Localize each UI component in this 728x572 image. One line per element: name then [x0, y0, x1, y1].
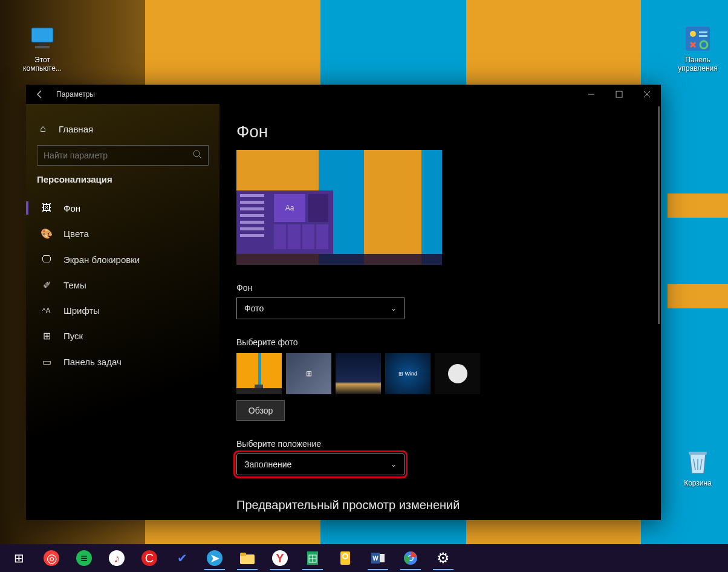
preview-changes-header: Предварительный просмотр изменений — [236, 498, 649, 512]
dropdown-value: Заполнение — [244, 460, 291, 469]
taskbar-app-chrome[interactable] — [397, 546, 424, 570]
svg-point-11 — [193, 151, 200, 157]
dropdown-value: Фото — [244, 304, 264, 313]
control-panel-icon — [683, 24, 712, 53]
desktop-icon-label: Этот компьюте... — [18, 56, 67, 73]
content-pane: Фон Фон Фото ⌄ Выберите фото ⊞ Wind — [219, 104, 661, 520]
sidebar: ⌂ Главная Персонализация 🖼 Фон 🎨 Цвета 🖵 — [26, 104, 219, 520]
background-type-dropdown[interactable]: Фото ⌄ — [236, 297, 405, 319]
search-box[interactable] — [37, 145, 209, 166]
sidebar-item-background[interactable]: 🖼 Фон — [37, 195, 209, 221]
desktop-icon-this-pc[interactable]: Этот компьюте... — [18, 24, 67, 73]
sidebar-item-taskbar[interactable]: ▭ Панель задач — [37, 349, 209, 375]
taskbar-app-todo[interactable]: ✔ — [168, 546, 196, 570]
svg-rect-8 — [689, 452, 707, 455]
sidebar-item-label: Шрифты — [63, 305, 100, 316]
start-icon: ⊞ — [41, 330, 53, 342]
sidebar-item-label: Панель задач — [63, 357, 122, 367]
choose-photo-label: Выберите фото — [236, 337, 649, 347]
background-label: Фон — [236, 283, 649, 293]
sidebar-item-label: Темы — [63, 280, 86, 290]
search-input[interactable] — [44, 151, 192, 160]
titlebar: Параметры — [26, 85, 661, 104]
svg-point-4 — [690, 31, 696, 37]
chevron-down-icon: ⌄ — [391, 460, 397, 469]
photo-thumb[interactable] — [336, 353, 381, 394]
sidebar-category: Персонализация — [37, 174, 209, 184]
sidebar-home[interactable]: ⌂ Главная — [37, 116, 209, 141]
sidebar-item-lockscreen[interactable]: 🖵 Экран блокировки — [37, 247, 209, 272]
taskbar-app-explorer[interactable] — [233, 546, 261, 570]
taskbar-app-spotify[interactable]: ≡ — [70, 546, 98, 570]
svg-rect-2 — [35, 46, 50, 48]
svg-rect-14 — [240, 553, 246, 556]
search-icon — [192, 149, 202, 161]
back-button[interactable] — [26, 85, 54, 104]
taskbar-app-sheets[interactable] — [299, 546, 327, 570]
settings-window: Параметры ⌂ Главная П — [26, 85, 661, 520]
maximize-button[interactable] — [605, 85, 633, 104]
picture-icon: 🖼 — [41, 203, 53, 213]
home-icon: ⌂ — [37, 123, 49, 134]
svg-rect-0 — [31, 28, 53, 42]
taskbar-app-settings[interactable]: ⚙ — [429, 546, 457, 570]
svg-text:W: W — [372, 555, 379, 562]
themes-icon: ✐ — [41, 279, 53, 291]
taskbar-icon: ▭ — [41, 356, 53, 368]
taskbar-app-keep[interactable] — [331, 546, 359, 570]
svg-rect-6 — [699, 35, 707, 37]
sidebar-item-start[interactable]: ⊞ Пуск — [37, 323, 209, 349]
desktop-preview — [236, 150, 442, 265]
photo-thumb[interactable] — [236, 353, 282, 394]
sidebar-home-label: Главная — [59, 124, 93, 134]
svg-rect-5 — [699, 31, 707, 33]
taskbar-app-yandex[interactable]: Y — [266, 546, 294, 570]
taskbar-app-ccleaner[interactable]: C — [135, 546, 163, 570]
desktop-icon-recycle-bin[interactable]: Корзина — [674, 447, 722, 487]
sidebar-item-label: Пуск — [63, 331, 83, 341]
window-title: Параметры — [54, 90, 577, 99]
start-button[interactable]: ⊞ — [5, 546, 33, 570]
sidebar-item-fonts[interactable]: ᴬA Шрифты — [37, 298, 209, 323]
monitor-icon — [28, 24, 57, 53]
taskbar-app-word[interactable]: W — [364, 546, 392, 570]
taskbar-app-itunes[interactable]: ♪ — [103, 546, 131, 570]
svg-rect-10 — [616, 91, 622, 97]
photo-thumb[interactable] — [286, 353, 331, 394]
position-label: Выберите положение — [236, 439, 649, 449]
chevron-down-icon: ⌄ — [391, 304, 397, 313]
photo-thumb[interactable]: ⊞ Wind — [385, 353, 431, 394]
minimize-button[interactable] — [577, 85, 605, 104]
position-dropdown[interactable]: Заполнение ⌄ — [236, 453, 405, 475]
palette-icon: 🎨 — [41, 228, 53, 239]
sidebar-item-label: Экран блокировки — [63, 255, 140, 265]
taskbar: ⊞ ◎ ≡ ♪ C ✔ ➤ Y W ⚙ — [0, 544, 728, 572]
sidebar-item-colors[interactable]: 🎨 Цвета — [37, 221, 209, 247]
desktop-icon-label: Панель управления — [674, 56, 722, 73]
sidebar-item-label: Цвета — [63, 229, 89, 239]
scrollbar[interactable] — [658, 106, 660, 324]
sidebar-item-label: Фон — [63, 203, 80, 213]
close-button[interactable] — [633, 85, 661, 104]
taskbar-app-telegram[interactable]: ➤ — [201, 546, 229, 570]
svg-rect-1 — [39, 44, 46, 46]
desktop-icon-control-panel[interactable]: Панель управления — [674, 24, 722, 73]
recycle-bin-icon — [683, 447, 712, 476]
page-title: Фон — [236, 122, 649, 141]
photo-thumb[interactable] — [435, 353, 480, 394]
svg-line-12 — [199, 156, 201, 158]
desktop-icon-label: Корзина — [674, 479, 722, 487]
lockscreen-icon: 🖵 — [41, 254, 53, 265]
taskbar-app-pocketcasts[interactable]: ◎ — [37, 546, 65, 570]
browse-button-label: Обзор — [249, 406, 273, 415]
sidebar-item-themes[interactable]: ✐ Темы — [37, 272, 209, 298]
svg-rect-23 — [380, 554, 385, 562]
photo-thumbnails: ⊞ Wind — [236, 353, 649, 394]
browse-button[interactable]: Обзор — [236, 400, 285, 421]
fonts-icon: ᴬA — [41, 307, 53, 315]
